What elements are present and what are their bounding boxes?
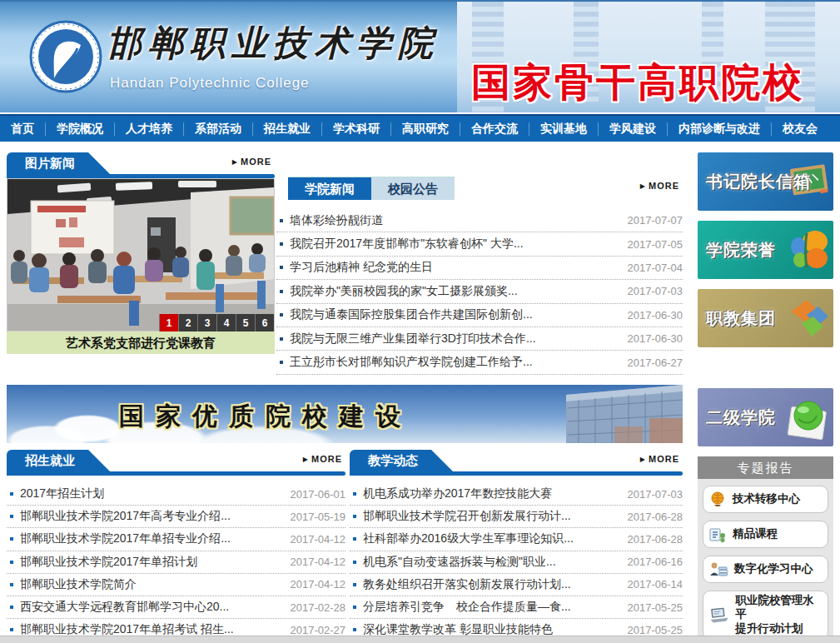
item-title[interactable]: 社科部举办2016级大学生军事理论知识...	[363, 531, 621, 546]
item-title[interactable]: 西安交通大学远程教育邯郸学习中心20...	[20, 600, 284, 615]
page-button-5[interactable]: 5	[236, 314, 255, 331]
list-item[interactable]: 邯郸职业技术学院2017年高考专业介绍...2017-05-19	[7, 506, 345, 528]
link-digital-learning-center[interactable]: 数字化学习中心	[703, 556, 828, 583]
quality-college-banner-text: 国家优质院校建设	[7, 400, 524, 434]
news-item-title[interactable]: 我院与通泰国际控股集团合作共建国际创新创...	[290, 307, 621, 322]
nav-study-style[interactable]: 学风建设	[599, 117, 667, 141]
admissions-list: 2017年招生计划2017-06-01 邯郸职业技术学院2017年高考专业介绍.…	[7, 483, 345, 641]
slideshow-caption[interactable]: 艺术系党支部进行党课教育	[7, 331, 275, 354]
nav-research[interactable]: 学术科研	[322, 117, 390, 141]
item-date: 2017-02-27	[284, 624, 346, 636]
news-item[interactable]: 墙体彩绘扮靓街道2017-07-07	[276, 209, 683, 232]
homepage: 邯郸职业技术学院 Handan Polytechnic College 国家骨干…	[0, 0, 840, 643]
news-item-title[interactable]: 我院与无限三维产业集团举行3D打印技术合作...	[290, 331, 621, 346]
banner-building-illustration	[533, 385, 683, 443]
nav-departments[interactable]: 系部活动	[184, 117, 252, 141]
link-management-improvement-plan[interactable]: 职业院校管理水平 提升行动计划	[703, 591, 828, 640]
list-item[interactable]: 2017年招生计划2017-06-01	[7, 483, 345, 506]
quality-college-banner[interactable]: 国家优质院校建设	[7, 385, 683, 443]
news-item-title[interactable]: 墙体彩绘扮靓街道	[290, 213, 621, 228]
bullet-icon	[10, 583, 13, 586]
banner-college-honors[interactable]: 学院荣誉	[698, 221, 833, 279]
news-item-date: 2017-06-30	[621, 309, 683, 322]
list-item[interactable]: 邯郸职业技术学院2017年单招专业介绍...2017-04-12	[7, 528, 345, 551]
list-item[interactable]: 西安交通大学远程教育邯郸学习中心20...2017-02-28	[7, 596, 345, 619]
news-item[interactable]: 王立彤市长对邯郸知识产权学院创建工作给予...2017-06-27	[276, 351, 683, 374]
news-item-date: 2017-06-27	[621, 356, 683, 369]
item-title[interactable]: 机电系成功举办2017年数控技能大赛	[363, 486, 621, 501]
list-item[interactable]: 邯郸职业技术学院2017年单招计划2017-04-12	[7, 551, 345, 574]
item-title[interactable]: 邯郸职业技术学院召开创新发展行动计...	[363, 509, 621, 524]
list-item[interactable]: 邯郸职业技术学院简介2017-04-12	[7, 574, 345, 596]
bullet-icon	[280, 337, 283, 341]
news-item[interactable]: 我院与通泰国际控股集团合作共建国际创新创...2017-06-30	[276, 304, 683, 327]
news-more-link[interactable]: ▶MORE	[640, 181, 679, 191]
news-item-title[interactable]: 王立彤市长对邯郸知识产权学院创建工作给予...	[290, 355, 621, 370]
news-item[interactable]: 我院与无限三维产业集团举行3D打印技术合作...2017-06-30	[276, 327, 683, 351]
list-item[interactable]: 社科部举办2016级大学生军事理论知识...2017-06-28	[350, 528, 683, 551]
item-title[interactable]: 邯郸职业技术学院2017年单招计划	[20, 555, 284, 570]
admissions-title: 招生就业	[7, 450, 110, 471]
more-arrow-icon: ▶	[232, 158, 238, 166]
nav-alumni[interactable]: 校友会	[772, 117, 828, 141]
item-title[interactable]: 机电系"自动变速器拆装与检测"职业...	[363, 555, 621, 570]
nav-training-base[interactable]: 实训基地	[529, 117, 598, 141]
news-item-title[interactable]: 学习后池精神 纪念党的生日	[290, 260, 621, 275]
more-arrow-icon: ▶	[640, 182, 646, 190]
item-title[interactable]: 邯郸职业技术学院2017年高考专业介绍...	[20, 509, 284, 524]
bullet-icon	[280, 219, 283, 222]
nav-talent[interactable]: 人才培养	[115, 117, 183, 141]
banner-vocational-group[interactable]: 职教集团	[698, 289, 833, 347]
banner-secondary-colleges[interactable]: 二级学院	[698, 388, 833, 446]
teaching-section: 教学动态 ▶MORE 机电系成功举办2017年数控技能大赛2017-07-03 …	[350, 450, 683, 640]
item-date: 2017-06-28	[621, 511, 683, 523]
special-reports-header: 专题报告	[698, 456, 833, 479]
item-date: 2017-06-16	[621, 556, 683, 568]
list-item[interactable]: 分层培养引竞争 校企合作提质量—食...2017-05-25	[350, 596, 683, 619]
nav-internal-diagnosis[interactable]: 内部诊断与改进	[668, 117, 771, 141]
page-button-4[interactable]: 4	[216, 314, 236, 331]
admissions-more-link[interactable]: ▶MORE	[303, 454, 342, 464]
bullet-icon	[353, 537, 356, 541]
news-item[interactable]: 我院举办"美丽校园我的家"女工摄影展颁奖...2017-07-03	[276, 280, 683, 303]
teaching-more-link[interactable]: ▶MORE	[640, 454, 679, 464]
person-books-icon	[708, 561, 728, 579]
news-item-title[interactable]: 我院举办"美丽校园我的家"女工摄影展颁奖...	[290, 284, 621, 299]
news-item[interactable]: 学习后池精神 纪念党的生日2017-07-04	[276, 257, 683, 280]
page-button-1[interactable]: 1	[159, 314, 178, 331]
college-name-en: Handan Polytechnic College	[110, 75, 310, 92]
item-title[interactable]: 2017年招生计划	[20, 486, 284, 501]
bullet-icon	[10, 515, 13, 518]
news-item[interactable]: 我院召开2017年度邯郸市"东软睿创杯" 大学...2017-07-05	[276, 232, 683, 256]
more-arrow-icon: ▶	[640, 456, 646, 463]
bullet-icon	[353, 606, 356, 609]
item-title[interactable]: 分层培养引竞争 校企合作提质量—食...	[363, 600, 621, 615]
slideshow-photo[interactable]	[7, 178, 275, 331]
nav-admissions[interactable]: 招生就业	[253, 117, 321, 141]
bullet-icon	[353, 561, 356, 564]
page-button-6[interactable]: 6	[255, 314, 274, 331]
nav-home[interactable]: 首页	[0, 117, 45, 141]
bullet-icon	[10, 561, 13, 564]
list-item[interactable]: 邯郸职业技术学院召开创新发展行动计...2017-06-28	[350, 506, 683, 528]
nav-overview[interactable]: 学院概况	[46, 117, 114, 141]
nav-vocational-research[interactable]: 高职研究	[391, 117, 460, 141]
picture-news-more-link[interactable]: ▶MORE	[232, 157, 271, 167]
item-title[interactable]: 邯郸职业技术学院2017年单招专业介绍...	[20, 531, 284, 546]
link-excellent-courses[interactable]: 精品课程	[703, 521, 828, 548]
list-item[interactable]: 机电系成功举办2017年数控技能大赛2017-07-03	[350, 483, 683, 506]
list-item[interactable]: 教务处组织召开落实创新发展行动计划...2017-06-14	[350, 574, 683, 596]
banner-president-mailbox[interactable]: 书记院长信箱	[698, 152, 833, 211]
list-item[interactable]: 机电系"自动变速器拆装与检测"职业...2017-06-16	[350, 551, 683, 574]
page-button-2[interactable]: 2	[178, 314, 197, 331]
item-title[interactable]: 邯郸职业技术学院简介	[20, 577, 284, 592]
news-item-title[interactable]: 我院召开2017年度邯郸市"东软睿创杯" 大学...	[290, 237, 621, 252]
nav-cooperation[interactable]: 合作交流	[460, 117, 529, 141]
item-title[interactable]: 教务处组织召开落实创新发展行动计划...	[363, 577, 621, 592]
tab-campus-notice[interactable]: 校园公告	[371, 177, 455, 200]
tab-college-news[interactable]: 学院新闻	[288, 177, 371, 200]
link-tech-transfer-center[interactable]: 技术转移中心	[703, 486, 828, 513]
item-date: 2017-04-12	[284, 578, 346, 591]
bullet-icon	[280, 313, 283, 317]
page-button-3[interactable]: 3	[197, 314, 216, 331]
